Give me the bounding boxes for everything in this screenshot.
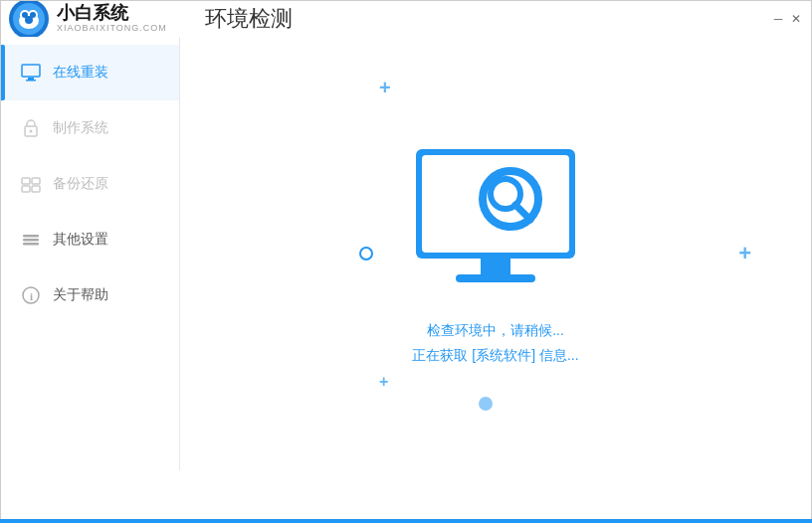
bottom-accent-bar	[0, 519, 812, 523]
info-icon: i	[21, 285, 41, 305]
lock-icon	[21, 118, 41, 138]
minimize-button[interactable]: ─	[771, 12, 785, 26]
logo-area: 小白系统 XIAOBAIXITONG.COM 环境检测	[1, 0, 293, 39]
deco-ring-1	[359, 247, 373, 261]
app-name: 小白系统	[57, 4, 167, 24]
deco-plus-3: +	[738, 241, 751, 266]
svg-text:i: i	[30, 290, 33, 302]
sidebar: 在线重装 制作系统 备份还原	[1, 37, 180, 470]
backup-icon	[21, 174, 41, 194]
svg-rect-13	[22, 178, 30, 184]
settings-icon	[21, 230, 41, 250]
main-layout: 在线重装 制作系统 备份还原	[1, 37, 811, 470]
svg-rect-8	[22, 65, 40, 77]
status-text-block: 检查环境中，请稍候... 正在获取 [系统软件] 信息...	[412, 318, 578, 368]
deco-plus-1: +	[379, 77, 391, 99]
svg-rect-10	[26, 80, 36, 82]
svg-rect-25	[456, 274, 535, 282]
window-controls: ─ ✕	[771, 12, 803, 26]
logo-text: 小白系统 XIAOBAIXITONG.COM	[57, 4, 167, 34]
sidebar-item-other-settings[interactable]: 其他设置	[1, 212, 179, 267]
titlebar: 小白系统 XIAOBAIXITONG.COM 环境检测 ─ ✕	[1, 1, 811, 37]
sidebar-label-other-settings: 其他设置	[53, 231, 108, 249]
monitor-illustration	[396, 139, 595, 298]
close-button[interactable]: ✕	[789, 12, 803, 26]
app-url: XIAOBAIXITONG.COM	[57, 24, 167, 34]
svg-rect-14	[32, 178, 40, 184]
sidebar-item-make-system: 制作系统	[1, 100, 179, 156]
svg-rect-24	[481, 259, 510, 276]
page-title: 环境检测	[205, 4, 293, 34]
app-logo	[9, 0, 49, 39]
sidebar-label-about-help: 关于帮助	[53, 286, 108, 304]
sidebar-item-online-reinstall[interactable]: 在线重装	[1, 45, 179, 100]
deco-dot-1	[479, 397, 493, 411]
sidebar-item-about-help[interactable]: i 关于帮助	[1, 267, 179, 323]
content-area: + + + 检查环境中，请稍候... 正在获取 [系统软件] 信息...	[180, 37, 811, 470]
svg-rect-19	[23, 243, 39, 246]
deco-plus-2: +	[379, 373, 388, 391]
svg-rect-15	[22, 186, 30, 192]
illustration-container: 检查环境中，请稍候... 正在获取 [系统软件] 信息...	[396, 139, 595, 368]
sidebar-label-backup-restore: 备份还原	[53, 175, 108, 193]
svg-rect-9	[28, 78, 34, 80]
sidebar-label-make-system: 制作系统	[53, 119, 108, 137]
sidebar-item-backup-restore: 备份还原	[1, 156, 179, 212]
status-line-2: 正在获取 [系统软件] 信息...	[412, 343, 578, 368]
svg-point-7	[25, 16, 33, 24]
sidebar-label-online-reinstall: 在线重装	[53, 64, 108, 82]
svg-rect-16	[32, 186, 40, 192]
svg-rect-18	[23, 239, 39, 242]
svg-point-12	[30, 130, 33, 133]
status-line-1: 检查环境中，请稍候...	[412, 318, 578, 343]
monitor-icon	[21, 63, 41, 83]
svg-rect-17	[23, 235, 39, 238]
